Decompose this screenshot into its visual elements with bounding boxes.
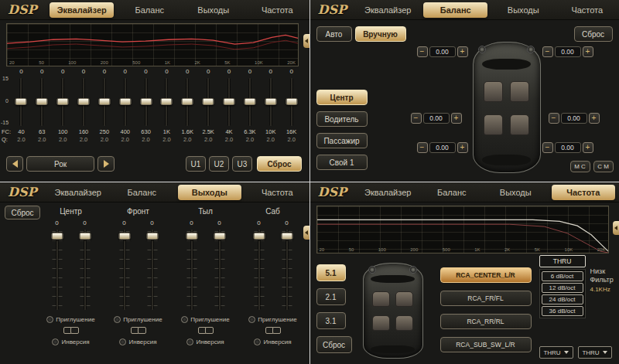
gain-slider[interactable] — [184, 228, 200, 311]
position-driver-button[interactable]: Водитель — [316, 111, 368, 127]
tab-outputs[interactable]: Выходы — [491, 2, 556, 19]
plus-button[interactable]: + — [583, 142, 593, 153]
mute-toggle[interactable]: Приглушение — [114, 316, 162, 323]
band-slider-thumb[interactable] — [224, 98, 235, 105]
gain-slider-thumb[interactable] — [186, 233, 197, 240]
plus-button[interactable]: + — [457, 46, 468, 57]
position-custom-button[interactable]: Свой 1 — [316, 155, 368, 170]
auto-button[interactable]: Авто — [316, 26, 352, 42]
minus-button[interactable]: − — [549, 113, 559, 124]
band-slider-thumb[interactable] — [78, 98, 90, 105]
position-center-button[interactable]: Центр — [316, 90, 368, 105]
tab-balance[interactable]: Баланс — [118, 2, 182, 19]
tab-balance[interactable]: Баланс — [423, 2, 487, 18]
inversion-toggle[interactable]: Инверсия — [52, 338, 89, 345]
position-passenger-button[interactable]: Пассажир — [316, 133, 368, 148]
next-preset-button[interactable] — [97, 156, 115, 172]
link-icon[interactable] — [130, 326, 147, 334]
band-slider[interactable] — [281, 77, 302, 128]
balance-reset-button[interactable]: Сброс — [574, 26, 613, 42]
rca-center-button[interactable]: RCA_CENTER_L/R — [440, 267, 532, 283]
tab-balance[interactable]: Баланс — [110, 184, 174, 201]
inversion-toggle[interactable]: Инверсия — [186, 338, 224, 345]
tab-frequency[interactable]: Частота — [245, 184, 309, 201]
mute-checkbox[interactable] — [46, 316, 53, 323]
plus-button[interactable]: + — [457, 142, 468, 153]
gain-slider[interactable] — [279, 228, 295, 311]
cm-button[interactable]: C M — [593, 161, 614, 172]
minus-button[interactable]: − — [542, 46, 553, 57]
band-slider-thumb[interactable] — [244, 98, 255, 105]
gain-slider-thumb[interactable] — [118, 233, 130, 240]
link-icon[interactable] — [265, 326, 282, 334]
band-slider[interactable] — [11, 77, 32, 128]
band-slider-thumb[interactable] — [98, 98, 110, 105]
band-slider-thumb[interactable] — [161, 98, 173, 105]
band-slider-thumb[interactable] — [140, 98, 152, 105]
band-slider[interactable] — [74, 77, 94, 128]
tab-outputs[interactable]: Выходы — [182, 2, 246, 19]
bottom-slope-select-right[interactable]: THRU — [578, 346, 612, 359]
minus-button[interactable]: − — [542, 142, 553, 153]
band-slider-thumb[interactable] — [15, 98, 27, 105]
tab-outputs[interactable]: Выходы — [484, 184, 548, 201]
gain-slider-thumb[interactable] — [51, 233, 63, 240]
gain-slider[interactable] — [145, 228, 160, 311]
mute-toggle[interactable]: Приглушение — [181, 316, 229, 323]
tab-equalizer[interactable]: Эквалайзер — [46, 184, 110, 201]
band-slider[interactable] — [94, 77, 115, 128]
tab-balance[interactable]: Баланс — [419, 184, 484, 201]
rca-rear-button[interactable]: RCA_RR/RL — [440, 314, 532, 329]
config-2-1-button[interactable]: 2.1 — [316, 288, 346, 305]
plus-button[interactable]: + — [451, 113, 462, 124]
collapse-handle[interactable] — [613, 221, 619, 235]
collapse-handle[interactable] — [303, 34, 310, 48]
band-slider-thumb[interactable] — [286, 98, 297, 105]
band-slider-thumb[interactable] — [203, 98, 214, 105]
band-slider-thumb[interactable] — [182, 98, 193, 105]
tab-frequency[interactable]: Частота — [552, 185, 616, 200]
band-slider-thumb[interactable] — [265, 98, 276, 105]
band-slider[interactable] — [239, 77, 260, 128]
slope-select[interactable]: THRU — [539, 255, 586, 267]
tab-outputs[interactable]: Выходы — [178, 185, 242, 200]
slope-option[interactable]: 36 dB/oct — [542, 306, 583, 316]
gain-slider[interactable] — [50, 228, 65, 311]
inversion-checkbox[interactable] — [254, 338, 261, 345]
mute-toggle[interactable]: Приглушение — [46, 316, 94, 323]
slope-option[interactable]: 24 dB/oct — [542, 294, 583, 304]
minus-button[interactable]: − — [417, 142, 428, 153]
freq-reset-button[interactable]: Сброс — [316, 336, 352, 353]
mute-checkbox[interactable] — [181, 316, 188, 323]
slope-option[interactable]: 6 dB/oct — [542, 271, 583, 281]
collapse-handle[interactable] — [303, 226, 310, 240]
link-icon[interactable] — [63, 326, 80, 334]
plus-button[interactable]: + — [589, 113, 600, 124]
band-slider[interactable] — [115, 77, 135, 128]
inversion-checkbox[interactable] — [52, 338, 59, 345]
tab-frequency[interactable]: Частота — [245, 2, 309, 19]
inversion-checkbox[interactable] — [119, 338, 126, 345]
band-slider[interactable] — [177, 77, 198, 128]
band-slider[interactable] — [198, 77, 219, 128]
band-slider[interactable] — [53, 77, 74, 128]
minus-button[interactable]: − — [411, 113, 422, 124]
band-slider-thumb[interactable] — [57, 98, 69, 105]
inversion-toggle[interactable]: Инверсия — [119, 338, 156, 345]
gain-slider-thumb[interactable] — [214, 233, 225, 240]
mute-checkbox[interactable] — [114, 316, 121, 323]
link-icon[interactable] — [197, 326, 214, 334]
rca-front-button[interactable]: RCA_FR/FL — [440, 291, 532, 306]
band-slider[interactable] — [32, 77, 53, 128]
gain-slider[interactable] — [212, 228, 227, 311]
gain-slider-thumb[interactable] — [253, 233, 265, 240]
outputs-reset-button[interactable]: Сброс — [5, 206, 40, 219]
gain-slider-thumb[interactable] — [79, 233, 91, 240]
band-slider[interactable] — [260, 77, 281, 128]
minus-button[interactable]: − — [417, 46, 428, 57]
band-slider[interactable] — [219, 77, 240, 128]
config-3-1-button[interactable]: 3.1 — [316, 312, 346, 329]
gain-slider-thumb[interactable] — [281, 233, 292, 240]
band-slider[interactable] — [156, 77, 177, 128]
manual-button[interactable]: Вручную — [355, 26, 406, 42]
